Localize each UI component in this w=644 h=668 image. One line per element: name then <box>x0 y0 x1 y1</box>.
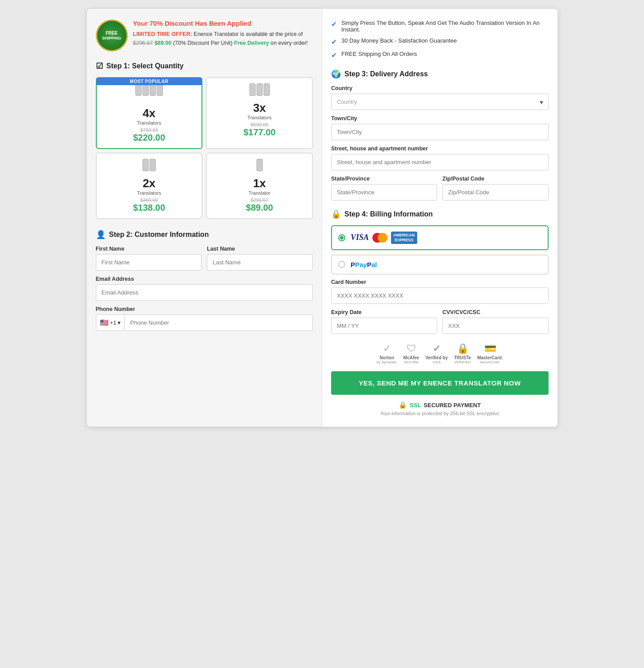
qty-card-4x[interactable]: MOST POPULAR 4x Translators $733.33 $220… <box>96 77 203 149</box>
last-name-label: Last Name <box>207 246 313 252</box>
card-number-input[interactable] <box>331 287 549 304</box>
radio-card <box>338 234 345 241</box>
mcafee-badge: 🛡 McAfee SECURE <box>403 343 419 365</box>
amex-logo: AMERICANEXPRESS <box>391 232 417 244</box>
country-group: Country Country <box>331 85 549 110</box>
country-label: Country <box>331 85 549 91</box>
feature-item-2: ✔ 30 Day Money Back - Satisfaction Guara… <box>331 37 549 46</box>
qty-price-old-1x: $296.67 <box>251 197 269 203</box>
city-input[interactable] <box>331 124 549 140</box>
mastercard-secure-icon: 💳 <box>484 343 496 354</box>
flag-icon: 🇺🇸 <box>100 318 109 327</box>
most-popular-badge: MOST POPULAR <box>96 78 202 85</box>
offer-label: LIMITED TIME OFFER: <box>133 31 192 37</box>
expiry-group: Expiry Date <box>331 309 437 334</box>
ssl-lock-icon: 🔒 <box>399 401 407 409</box>
name-row: First Name Last Name <box>96 246 313 271</box>
billing-form: VISA AMERICANEXPRESS PPayPal Card Number <box>331 225 549 334</box>
feature-text-2: 30 Day Money Back - Satisfaction Guarant… <box>341 37 457 44</box>
first-name-label: First Name <box>96 246 202 252</box>
qty-count-3x: 3x <box>253 101 266 115</box>
on-every: on every order! <box>270 40 308 46</box>
payment-option-card[interactable]: VISA AMERICANEXPRESS <box>331 225 549 250</box>
qty-label-3x: Translators <box>247 115 272 120</box>
state-zip-row: State/Province Zip/Postal Code <box>331 176 549 200</box>
payment-option-paypal[interactable]: PPayPal <box>331 255 549 275</box>
quantity-grid: MOST POPULAR 4x Translators $733.33 $220… <box>96 77 313 219</box>
norton-badge: ✓ Norton by Symantec <box>377 343 397 365</box>
qty-price-old-4x: $733.33 <box>140 127 158 133</box>
right-panel: ✔ Simply Press The Button, Speak And Get… <box>322 9 557 427</box>
qty-card-2x[interactable]: 2x Translators $460.00 $138.00 <box>96 153 203 219</box>
discount-banner: FREE SHIPPING Your 70% Discount Has Been… <box>96 20 313 51</box>
qty-count-4x: 4x <box>142 106 155 120</box>
qty-price-old-2x: $460.00 <box>140 197 158 203</box>
qty-price-new-2x: $138.00 <box>133 203 165 213</box>
checkbox-icon: ☑ <box>96 61 103 71</box>
check-icon-1: ✔ <box>331 20 337 28</box>
mastercard-secure-name: MasterCard. <box>477 355 503 360</box>
ssl-label: SSL <box>410 402 421 409</box>
page-container: FREE SHIPPING Your 70% Discount Has Been… <box>87 9 557 427</box>
card-logos: VISA AMERICANEXPRESS <box>351 232 417 244</box>
norton-icon: ✓ <box>383 343 391 354</box>
qty-label-2x: Translators <box>137 190 162 196</box>
email-label: Email Address <box>96 276 313 282</box>
ssl-sub-text: Your information is protected by 256-bit… <box>331 411 549 416</box>
qty-price-new-3x: $177.00 <box>243 127 275 138</box>
email-group: Email Address <box>96 276 313 301</box>
visa-verified-sub: VISA <box>433 360 441 365</box>
translator-icon-1x <box>257 159 263 171</box>
qty-label-1x: Translator <box>249 190 270 196</box>
feature-item-3: ✔ FREE Shipping On All Orders <box>331 51 549 59</box>
step3-title: 🌍 Step 3: Delivery Address <box>331 69 549 79</box>
qty-card-3x[interactable]: 3x Translators $590.00 $177.00 <box>206 77 313 149</box>
qty-card-1x[interactable]: 1x Translator $296.67 $89.00 <box>206 153 313 219</box>
qty-price-new-1x: $89.00 <box>246 203 273 213</box>
norton-sub: by Symantec <box>377 360 397 365</box>
check-icon-3: ✔ <box>331 51 337 59</box>
visa-verified-icon: ✔ <box>433 343 441 354</box>
free-delivery: Free Delivery <box>234 40 269 46</box>
email-input[interactable] <box>96 284 313 301</box>
expiry-label: Expiry Date <box>331 309 437 315</box>
state-label: State/Province <box>331 176 437 182</box>
translator-icon-3x <box>249 83 270 96</box>
expiry-cvv-row: Expiry Date CVV/CVC/CSC <box>331 309 549 334</box>
price-new: $89.00 <box>154 40 171 46</box>
truste-sub: VERIFIED <box>454 360 471 365</box>
feature-item-1: ✔ Simply Press The Button, Speak And Get… <box>331 20 549 33</box>
state-group: State/Province <box>331 176 437 200</box>
user-icon: 👤 <box>96 230 106 240</box>
cvv-input[interactable] <box>443 318 549 334</box>
zip-group: Zip/Postal Code <box>443 176 549 200</box>
expiry-input[interactable] <box>331 318 437 334</box>
truste-name: TRUSTe <box>454 355 471 360</box>
mcafee-name: McAfee <box>403 355 419 360</box>
left-panel: FREE SHIPPING Your 70% Discount Has Been… <box>87 9 323 427</box>
country-select[interactable]: Country <box>331 94 549 110</box>
cta-button[interactable]: YES, SEND ME MY ENENCE TRANSLATOR NOW <box>331 371 549 395</box>
feature-list: ✔ Simply Press The Button, Speak And Get… <box>331 20 549 59</box>
truste-icon: 🔒 <box>457 343 469 354</box>
step4-title: 🔒 Step 4: Billing Information <box>331 209 549 219</box>
feature-text-3: FREE Shipping On All Orders <box>341 51 417 57</box>
lock-icon: 🔒 <box>331 209 341 219</box>
free-shipping-badge: FREE SHIPPING <box>96 20 128 51</box>
phone-code: +1 <box>110 319 117 326</box>
zip-input[interactable] <box>443 184 549 200</box>
phone-input[interactable] <box>125 315 312 330</box>
mc-orange-circle <box>378 233 387 243</box>
street-input[interactable] <box>331 154 549 170</box>
feature-text-1: Simply Press The Button, Speak And Get T… <box>341 20 549 33</box>
first-name-group: First Name <box>96 246 202 271</box>
customer-info-form: First Name Last Name Email Address Phone… <box>96 246 313 331</box>
state-input[interactable] <box>331 184 437 200</box>
first-name-input[interactable] <box>96 254 202 271</box>
mcafee-sub: SECURE <box>404 360 419 365</box>
card-number-label: Card Number <box>331 279 549 285</box>
check-icon-2: ✔ <box>331 38 337 46</box>
visa-logo: VISA <box>351 233 369 242</box>
phone-flag-selector[interactable]: 🇺🇸 +1 ▾ <box>96 315 125 330</box>
last-name-input[interactable] <box>207 254 313 271</box>
